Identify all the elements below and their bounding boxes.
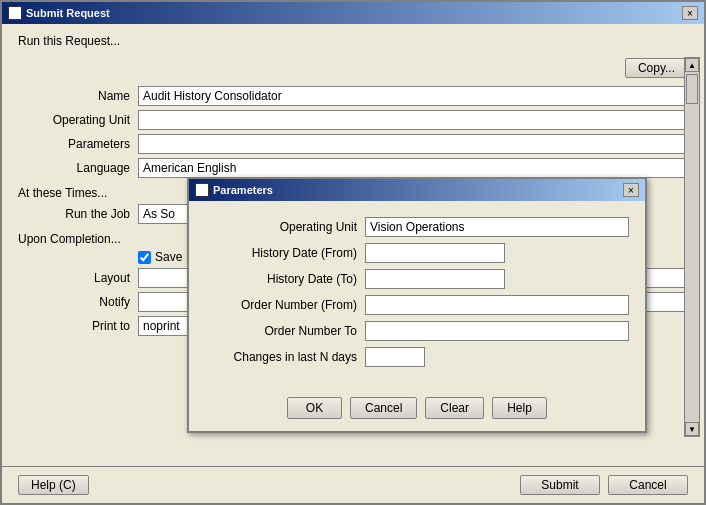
dialog-title-bar-title: Parameters [195, 183, 273, 197]
dialog-help-button[interactable]: Help [492, 397, 547, 419]
parameters-label: Parameters [18, 137, 138, 151]
dialog-history-date-from-label: History Date (From) [205, 246, 365, 260]
name-input[interactable] [138, 86, 688, 106]
title-bar: Submit Request × [2, 2, 704, 24]
scroll-thumb[interactable] [686, 74, 698, 104]
submit-button[interactable]: Submit [520, 475, 600, 495]
dialog-operating-unit-input[interactable] [365, 217, 629, 237]
dialog-clear-button[interactable]: Clear [425, 397, 484, 419]
dialog-window-icon [195, 183, 209, 197]
title-bar-title: Submit Request [8, 6, 110, 20]
copy-btn-row: Copy... [18, 58, 688, 78]
dialog-order-number-from-input[interactable] [365, 295, 629, 315]
print-to-label: Print to [18, 319, 138, 333]
dialog-changes-in-last-n-label: Changes in last N days [205, 350, 365, 364]
dialog-history-date-from-row: History Date (From) [205, 243, 629, 263]
cancel-button[interactable]: Cancel [608, 475, 688, 495]
copy-button[interactable]: Copy... [625, 58, 688, 78]
dialog-title-bar: Parameters × [189, 179, 645, 201]
run-request-label: Run this Request... [18, 34, 688, 48]
dialog-operating-unit-row: Operating Unit [205, 217, 629, 237]
language-row: Language [18, 158, 688, 178]
dialog-order-number-to-input[interactable] [365, 321, 629, 341]
parameters-row: Parameters [18, 134, 688, 154]
run-job-label: Run the Job [18, 207, 138, 221]
main-window: Submit Request × Run this Request... Cop… [0, 0, 706, 505]
dialog-ok-button[interactable]: OK [287, 397, 342, 419]
dialog-history-date-from-input[interactable] [365, 243, 505, 263]
save-label: Save [155, 250, 182, 264]
window-title: Submit Request [26, 7, 110, 19]
dialog-order-number-from-label: Order Number (From) [205, 298, 365, 312]
dialog-close-button[interactable]: × [623, 183, 639, 197]
parameters-input[interactable] [138, 134, 688, 154]
bottom-bar: Help (C) Submit Cancel [2, 466, 704, 503]
name-label: Name [18, 89, 138, 103]
dialog-buttons: OK Cancel Clear Help [189, 389, 645, 431]
operating-unit-input[interactable] [138, 110, 688, 130]
close-button[interactable]: × [682, 6, 698, 20]
dialog-changes-in-last-n-row: Changes in last N days [205, 347, 629, 367]
dialog-changes-in-last-n-input[interactable] [365, 347, 425, 367]
name-row: Name [18, 86, 688, 106]
dialog-history-date-to-label: History Date (To) [205, 272, 365, 286]
operating-unit-row: Operating Unit [18, 110, 688, 130]
dialog-order-number-to-label: Order Number To [205, 324, 365, 338]
dialog-history-date-to-input[interactable] [365, 269, 505, 289]
parameters-dialog: Parameters × Operating Unit History Date… [187, 177, 647, 433]
dialog-content: Operating Unit History Date (From) Histo… [189, 201, 645, 389]
dialog-history-date-to-row: History Date (To) [205, 269, 629, 289]
window-icon [8, 6, 22, 20]
language-input[interactable] [138, 158, 688, 178]
notify-label: Notify [18, 295, 138, 309]
dialog-order-number-from-row: Order Number (From) [205, 295, 629, 315]
operating-unit-label: Operating Unit [18, 113, 138, 127]
help-button[interactable]: Help (C) [18, 475, 89, 495]
scroll-up-arrow[interactable]: ▲ [685, 58, 699, 72]
scroll-down-arrow[interactable]: ▼ [685, 422, 699, 436]
main-scrollbar[interactable]: ▲ ▼ [684, 57, 700, 437]
dialog-order-number-to-row: Order Number To [205, 321, 629, 341]
language-label: Language [18, 161, 138, 175]
dialog-cancel-button[interactable]: Cancel [350, 397, 417, 419]
dialog-operating-unit-label: Operating Unit [205, 220, 365, 234]
dialog-title: Parameters [213, 184, 273, 196]
layout-label: Layout [18, 271, 138, 285]
save-checkbox[interactable] [138, 251, 151, 264]
